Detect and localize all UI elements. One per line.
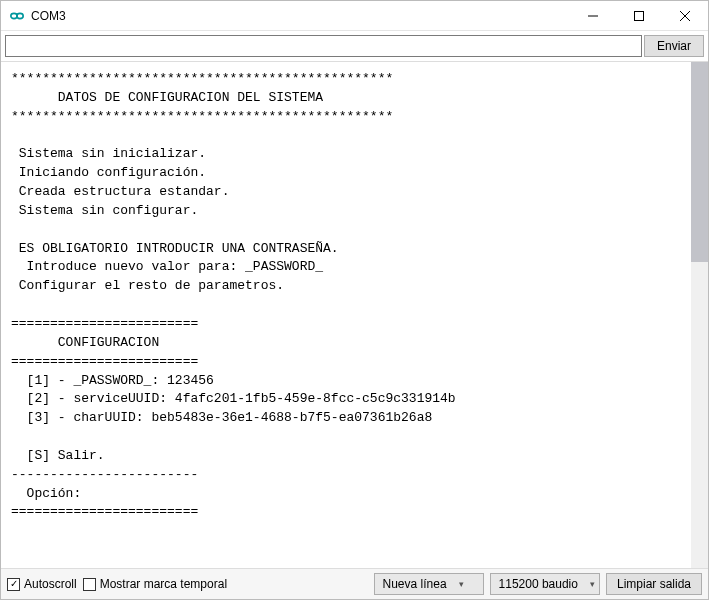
line-ending-select[interactable]: Nueva línea ▾ xyxy=(374,573,484,595)
checkbox-icon xyxy=(83,578,96,591)
serial-input[interactable] xyxy=(5,35,642,57)
send-button[interactable]: Enviar xyxy=(644,35,704,57)
timestamp-label: Mostrar marca temporal xyxy=(100,577,227,591)
chevron-down-icon: ▾ xyxy=(459,579,464,589)
titlebar: COM3 xyxy=(1,1,708,31)
console-output[interactable]: ****************************************… xyxy=(1,62,691,568)
close-button[interactable] xyxy=(662,1,708,31)
baud-select[interactable]: 115200 baudio ▾ xyxy=(490,573,600,595)
minimize-button[interactable] xyxy=(570,1,616,31)
checkbox-icon: ✓ xyxy=(7,578,20,591)
bottombar: ✓ Autoscroll Mostrar marca temporal Nuev… xyxy=(1,568,708,599)
autoscroll-label: Autoscroll xyxy=(24,577,77,591)
window-title: COM3 xyxy=(31,9,66,23)
autoscroll-checkbox[interactable]: ✓ Autoscroll xyxy=(7,577,77,591)
send-row: Enviar xyxy=(1,31,708,62)
chevron-down-icon: ▾ xyxy=(590,579,595,589)
vertical-scrollbar[interactable] xyxy=(691,62,708,568)
arduino-icon xyxy=(9,8,25,24)
scrollbar-thumb[interactable] xyxy=(691,62,708,262)
clear-output-button[interactable]: Limpiar salida xyxy=(606,573,702,595)
baud-value: 115200 baudio xyxy=(499,577,578,591)
svg-rect-2 xyxy=(635,11,644,20)
output-area: ****************************************… xyxy=(1,62,708,568)
maximize-button[interactable] xyxy=(616,1,662,31)
timestamp-checkbox[interactable]: Mostrar marca temporal xyxy=(83,577,227,591)
line-ending-value: Nueva línea xyxy=(383,577,447,591)
